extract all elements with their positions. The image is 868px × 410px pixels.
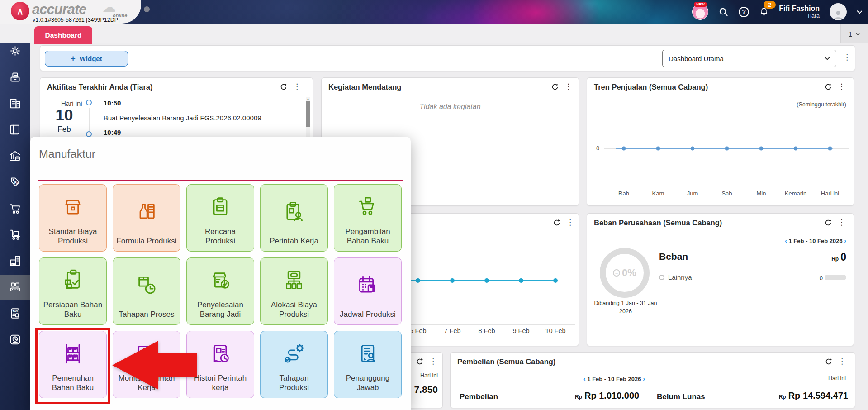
- panel-beban: Beban Perusahaan (Semua Cabang) ⋮ ‹ 1 Fe…: [587, 213, 854, 346]
- add-widget-button[interactable]: + Widget: [45, 51, 128, 67]
- panel-title: Beban Perusahaan (Semua Cabang): [594, 219, 722, 227]
- legend-item: Lainnya: [659, 273, 692, 281]
- sidebar-item-report[interactable]: [0, 328, 30, 353]
- refresh-icon[interactable]: [280, 83, 287, 91]
- chart-line: [616, 148, 833, 149]
- tile-perintah-kerja[interactable]: Perintah Kerja: [260, 184, 328, 252]
- panel-kebab-icon[interactable]: ⋮: [566, 219, 574, 226]
- data-point: [416, 278, 420, 283]
- tile-tahapan-proses[interactable]: Tahapan Proses: [113, 257, 180, 325]
- event-time: 10:50: [104, 99, 121, 107]
- data-point: [622, 147, 626, 151]
- panel-kebab-icon[interactable]: ⋮: [429, 358, 437, 365]
- donut-percentage: 0%: [622, 267, 636, 279]
- sidebar-item-fixed-asset[interactable]: [0, 249, 30, 274]
- tag-rp-icon: Rp: [8, 175, 22, 191]
- sidebar-item-tax[interactable]: TAX: [0, 301, 30, 327]
- sidebar-item-manufacture[interactable]: [0, 275, 30, 300]
- storefront-box-icon: [60, 185, 85, 227]
- gear-icon: [8, 44, 22, 60]
- sidebar-item-inventory[interactable]: [0, 223, 30, 248]
- sidebar-item-cashier[interactable]: [0, 65, 30, 91]
- toolbar-kebab-icon[interactable]: ⋮: [843, 53, 851, 61]
- panel-title: Kegiatan Mendatang: [328, 83, 401, 91]
- tile-tahapan-produksi[interactable]: Tahapan Produksi: [260, 331, 328, 398]
- prev-period-icon[interactable]: ‹: [583, 375, 586, 382]
- tile-persiapan-bahan-baku[interactable]: Persiapan Bahan Baku: [39, 257, 107, 325]
- tab-strip: Dashboard 1: [0, 24, 868, 43]
- currency-label: Rp: [831, 256, 839, 262]
- timeline-bullet: [86, 100, 92, 105]
- svg-text:TAX: TAX: [13, 309, 19, 312]
- panel-kebab-icon[interactable]: ⋮: [564, 83, 572, 91]
- data-point: [828, 147, 832, 151]
- sidebar-item-ledger[interactable]: [0, 118, 30, 143]
- tile-formula-produksi[interactable]: Formula Produksi: [113, 184, 180, 252]
- tile-pengambilan-bahan-baku[interactable]: Pengambilan Bahan Baku: [334, 184, 402, 252]
- tile-standar-biaya-produksi[interactable]: Standar Biaya Produksi: [39, 184, 107, 252]
- scroll-up-icon[interactable]: ▲: [306, 97, 310, 101]
- book-icon: [8, 123, 22, 138]
- brand-name: accurate: [32, 1, 86, 18]
- buildings-icon: [8, 96, 22, 112]
- tile-jadwal-produksi[interactable]: Jadwal Produksi: [334, 257, 402, 325]
- period-label: Hari ini: [420, 372, 438, 379]
- refresh-icon[interactable]: [825, 219, 832, 226]
- clipboard-check-icon: [60, 258, 85, 300]
- search-icon[interactable]: [718, 7, 729, 17]
- panel-kebab-icon[interactable]: ⋮: [838, 83, 845, 91]
- refresh-icon[interactable]: [551, 83, 559, 91]
- conveyor-icon: [8, 280, 22, 296]
- tile-label: Jadwal Produksi: [337, 310, 398, 324]
- tab-count-dropdown[interactable]: 1: [840, 24, 868, 43]
- tile-label: Tahapan Produksi: [261, 373, 327, 398]
- panel-kebab-icon[interactable]: ⋮: [838, 219, 845, 226]
- tile-rencana-produksi[interactable]: Rencana Produksi: [186, 184, 254, 252]
- plus-icon: +: [71, 54, 76, 63]
- data-point: [519, 278, 523, 283]
- sidebar-item-purchase[interactable]: [0, 196, 30, 222]
- prev-period-icon[interactable]: ‹: [785, 237, 787, 244]
- new-badge: NEW: [694, 2, 707, 7]
- currency-label: Rp: [779, 394, 786, 400]
- refresh-icon[interactable]: [825, 83, 832, 91]
- scrollbar-thumb[interactable]: [306, 101, 310, 127]
- donut-chart: → 0%: [600, 248, 650, 298]
- money-alloc-icon: [281, 258, 307, 300]
- notifications-bell-icon[interactable]: 2: [759, 6, 769, 17]
- dashboard-toolbar: + Widget Dashboard Utama ⋮: [40, 45, 855, 71]
- cart-box-icon: [355, 185, 380, 227]
- event-text[interactable]: Buat Penyelesaian Barang Jadi FGS.2026.0…: [104, 114, 261, 122]
- add-widget-label: Widget: [80, 55, 102, 62]
- sidebar-item-warehouse[interactable]: [0, 144, 30, 169]
- panel-kebab-icon[interactable]: ⋮: [293, 83, 301, 91]
- next-period-icon[interactable]: ›: [844, 237, 846, 244]
- refresh-icon[interactable]: [416, 358, 423, 365]
- refresh-icon[interactable]: [825, 358, 832, 365]
- x-tick-label: 9 Feb: [512, 327, 529, 334]
- tile-alokasi-biaya-produksi[interactable]: Alokasi Biaya Produksi: [260, 257, 328, 325]
- sidebar-item-pricing[interactable]: Rp: [0, 170, 30, 195]
- doc-person-icon: [355, 331, 380, 373]
- user-menu-chevron-icon[interactable]: [857, 8, 863, 16]
- trolley-icon: [8, 228, 22, 243]
- belum-lunas-label: Belum Lunas: [657, 392, 705, 401]
- help-icon[interactable]: ?: [739, 7, 749, 17]
- refresh-icon[interactable]: [553, 219, 560, 226]
- pembelian-value: Rp 1.010.000: [584, 391, 639, 401]
- panel-kebab-icon[interactable]: ⋮: [838, 358, 846, 365]
- red-arrow-annotation: [109, 337, 201, 392]
- highlight-box-annotation: [35, 328, 110, 404]
- dashboard-select[interactable]: Dashboard Utama: [662, 50, 836, 67]
- user-subname: Tiara: [779, 13, 820, 19]
- tile-label: Standar Biaya Produksi: [39, 227, 106, 252]
- next-period-icon[interactable]: ›: [643, 375, 645, 382]
- tile-penyelesaian-barang-jadi[interactable]: Penyelesaian Barang Jadi: [186, 257, 254, 325]
- tile-penanggung-jawab[interactable]: Penanggung Jawab: [334, 331, 402, 398]
- sidebar-item-company[interactable]: [0, 91, 30, 117]
- data-point: [484, 278, 489, 283]
- tile-label: Tahapan Proses: [116, 310, 177, 324]
- mascot-avatar[interactable]: NEW: [692, 4, 708, 20]
- user-avatar[interactable]: [830, 3, 847, 20]
- tab-dashboard[interactable]: Dashboard: [34, 26, 92, 44]
